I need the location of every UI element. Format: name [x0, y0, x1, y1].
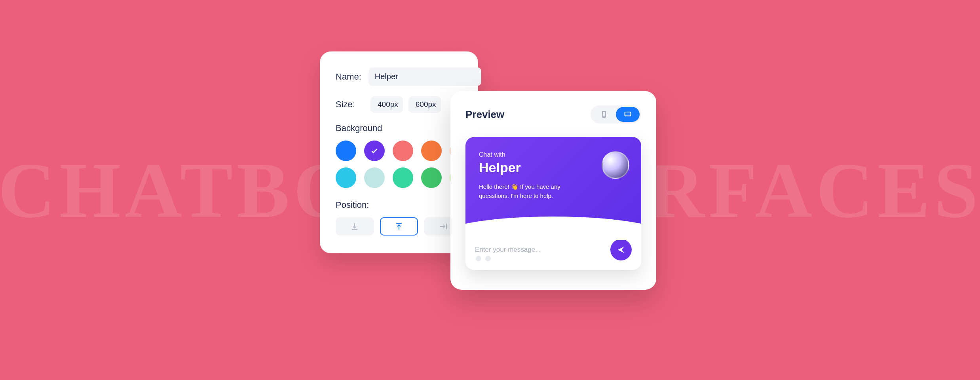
device-mobile-button[interactable] — [592, 107, 616, 122]
position-label: Position: — [336, 200, 462, 210]
name-input[interactable] — [368, 67, 481, 86]
mobile-icon — [600, 110, 608, 118]
bot-avatar — [602, 151, 629, 179]
chat-widget: Chat with Helper Hello there! 👋 If you h… — [465, 137, 641, 270]
size-label: Size: — [336, 99, 363, 110]
device-toggle — [591, 105, 641, 124]
send-button[interactable] — [610, 239, 632, 260]
color-swatch[interactable] — [421, 141, 442, 161]
color-swatch[interactable] — [421, 167, 442, 188]
size-width-input[interactable]: 600px — [408, 96, 441, 113]
chat-input-placeholder[interactable]: Enter your message... — [475, 246, 606, 254]
align-right-icon — [439, 222, 448, 231]
svg-rect-2 — [625, 112, 631, 116]
color-swatch[interactable] — [393, 141, 413, 161]
check-icon — [370, 146, 379, 155]
desktop-icon — [624, 110, 632, 118]
preview-title: Preview — [465, 108, 504, 121]
color-swatches — [336, 141, 462, 188]
color-swatch[interactable] — [364, 141, 385, 161]
send-icon — [617, 245, 625, 254]
color-swatch[interactable] — [393, 167, 413, 188]
dot — [476, 256, 481, 261]
pagination-dots — [476, 256, 491, 261]
color-swatch[interactable] — [336, 167, 356, 188]
chat-header: Chat with Helper Hello there! 👋 If you h… — [465, 137, 641, 228]
color-swatch[interactable] — [364, 167, 385, 188]
size-height-input[interactable]: 400px — [370, 96, 403, 113]
background-label: Background — [336, 123, 462, 133]
size-width-value: 600px — [416, 100, 436, 109]
dot — [485, 256, 491, 261]
position-top-button[interactable] — [380, 217, 418, 236]
size-height-value: 400px — [378, 100, 398, 109]
name-label: Name: — [336, 72, 361, 82]
device-desktop-button[interactable] — [616, 107, 640, 122]
chat-greeting: Hello there! 👋 If you have any quesstion… — [479, 182, 574, 200]
preview-card: Preview Chat with Helper Hello there! 👋 … — [450, 91, 656, 290]
position-bottom-button[interactable] — [336, 217, 374, 236]
svg-point-1 — [604, 116, 604, 117]
align-bottom-icon — [350, 222, 359, 231]
color-swatch[interactable] — [336, 141, 356, 161]
align-top-icon — [394, 222, 404, 231]
